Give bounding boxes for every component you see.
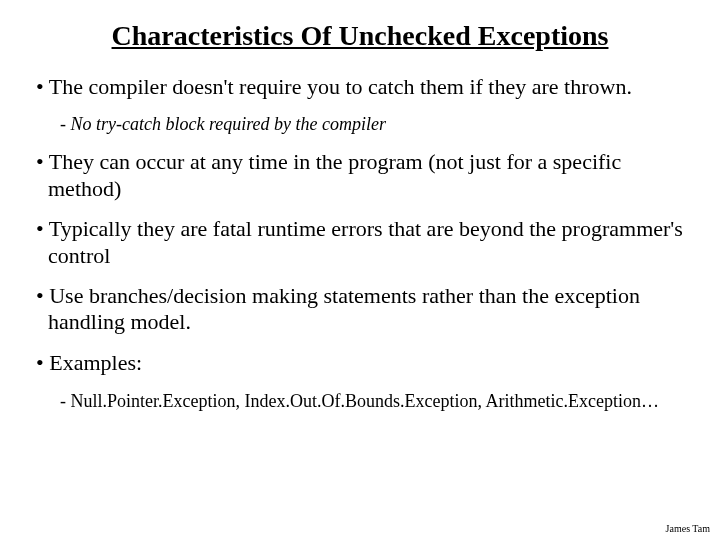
bullet-item: Typically they are fatal runtime errors … — [30, 216, 690, 269]
footer-author: James Tam — [666, 523, 710, 534]
sub-item: Null.Pointer.Exception, Index.Out.Of.Bou… — [30, 390, 690, 413]
bullet-item: They can occur at any time in the progra… — [30, 149, 690, 202]
sub-item: No try-catch block required by the compi… — [30, 114, 690, 135]
bullet-item: The compiler doesn't require you to catc… — [30, 74, 690, 100]
bullet-item: Use branches/decision making statements … — [30, 283, 690, 336]
bullet-item: Examples: — [30, 350, 690, 376]
slide: Characteristics Of Unchecked Exceptions … — [0, 0, 720, 413]
slide-title: Characteristics Of Unchecked Exceptions — [30, 20, 690, 52]
bullet-list: The compiler doesn't require you to catc… — [30, 74, 690, 413]
